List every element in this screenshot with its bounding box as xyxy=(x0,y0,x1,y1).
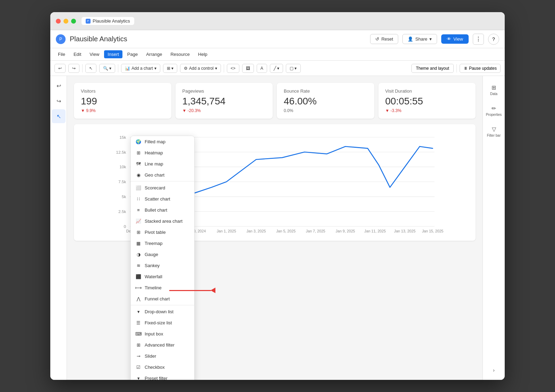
menu-item-sankey[interactable]: ≋ Sankey xyxy=(131,260,194,271)
bullet-chart-icon: ≡ xyxy=(136,207,141,213)
menu-item-bullet-chart[interactable]: ≡ Bullet chart xyxy=(131,204,194,215)
help-button[interactable]: ? xyxy=(488,34,499,45)
menu-help[interactable]: Help xyxy=(195,50,211,58)
code-button[interactable]: <> xyxy=(227,64,239,73)
browser-tab[interactable]: P Plausible Analytics xyxy=(82,17,134,25)
app-window: P Plausible Analytics P Plausible Analyt… xyxy=(50,12,505,380)
add-chart-button[interactable]: 📊 Add a chart ▾ xyxy=(121,64,160,73)
menu-item-scatter-chart[interactable]: ∷ Scatter chart xyxy=(131,193,194,204)
slider-label: Slider xyxy=(145,353,156,359)
toolbar-divider-1 xyxy=(82,64,83,73)
app-header: P Plausible Analytics ↺ Reset 👤 Share ▾ … xyxy=(50,30,505,48)
menu-item-fixed-size-list[interactable]: ☰ Fixed-size list xyxy=(131,317,194,328)
scorecard-pageviews-value: 1,345,754 xyxy=(182,96,266,107)
scorecard-pageviews: Pageviews 1,345,754 ▼ -20.3% xyxy=(176,83,273,119)
zoom-tool[interactable]: 🔍 ▾ xyxy=(99,64,115,73)
menu-item-pivot-table[interactable]: ⊞ Pivot table xyxy=(131,227,194,238)
menu-item-dropdown-list[interactable]: ▾ Drop-down list xyxy=(131,306,194,317)
menu-view[interactable]: View xyxy=(86,50,103,58)
menu-item-checkbox[interactable]: ☑ Checkbox xyxy=(131,361,194,373)
image-button[interactable]: 🖼 xyxy=(242,64,254,73)
line-button[interactable]: ╱ ▾ xyxy=(270,64,283,73)
pause-updates-button[interactable]: ⏸ Pause updates xyxy=(460,64,501,73)
undo-button[interactable]: ↩ xyxy=(54,64,66,73)
treemap-label: Treemap xyxy=(145,241,163,246)
right-panel-expand-icon[interactable]: › xyxy=(490,365,497,376)
bullet-chart-label: Bullet chart xyxy=(145,207,167,213)
menu-file[interactable]: File xyxy=(54,50,69,58)
menu-item-stacked-area-chart[interactable]: 📈 Stacked area chart xyxy=(131,215,194,227)
view-eye-icon: 👁 xyxy=(447,36,451,42)
properties-panel-label: Properties xyxy=(486,113,502,117)
heatmap-label: Heatmap xyxy=(145,150,163,155)
divider-2 xyxy=(131,305,194,305)
scorecard-label: Scorecard xyxy=(145,185,165,190)
reset-button[interactable]: ↺ Reset xyxy=(370,34,398,44)
properties-panel-button[interactable]: ✏ Properties xyxy=(484,101,504,120)
dots-icon: ⋮ xyxy=(476,36,481,42)
svg-text:5k: 5k xyxy=(122,194,126,199)
sidebar-cursor-btn[interactable]: ↖ xyxy=(52,109,66,123)
text-button[interactable]: A xyxy=(257,64,267,73)
menu-item-gauge[interactable]: ◑ Gauge xyxy=(131,249,194,260)
scatter-chart-label: Scatter chart xyxy=(145,196,170,202)
menu-item-treemap[interactable]: ▦ Treemap xyxy=(131,238,194,249)
menu-item-funnel-chart[interactable]: ⋀ Funnel chart xyxy=(131,293,194,304)
theme-layout-label: Theme and layout xyxy=(416,66,449,71)
svg-text:Jan 11, 2025: Jan 11, 2025 xyxy=(364,229,386,233)
menu-item-line-map[interactable]: 🗺 Line map xyxy=(131,158,194,169)
add-control-button[interactable]: ⚙ Add a control ▾ xyxy=(180,64,221,73)
scorecard-duration-label: Visit Duration xyxy=(385,88,469,94)
input-box-label: Input box xyxy=(145,331,163,336)
add-control-label: Add a control xyxy=(189,66,214,71)
menu-item-waterfall[interactable]: ⬛ Waterfall xyxy=(131,271,194,282)
shape-button[interactable]: ▢ ▾ xyxy=(286,64,300,73)
menu-resource[interactable]: Resource xyxy=(167,50,193,58)
sankey-icon: ≋ xyxy=(136,263,141,268)
svg-text:Jan 9, 2025: Jan 9, 2025 xyxy=(336,229,355,233)
theme-layout-button[interactable]: Theme and layout xyxy=(411,64,454,73)
arrow-head xyxy=(211,288,215,293)
close-light[interactable] xyxy=(56,19,61,24)
redo-button[interactable]: ↪ xyxy=(68,64,79,73)
menu-item-geo-chart[interactable]: ◉ Geo chart xyxy=(131,169,194,180)
fixed-size-list-icon: ☰ xyxy=(136,320,141,325)
more-options-button[interactable]: ⋮ xyxy=(473,34,484,45)
waterfall-icon: ⬛ xyxy=(136,274,141,279)
menu-item-advanced-filter[interactable]: ⊞ Advanced filter xyxy=(131,339,194,350)
arrow-line xyxy=(169,290,211,291)
menu-item-input-box[interactable]: ⌨ Input box xyxy=(131,328,194,339)
add-tiles-button[interactable]: ⊞ ▾ xyxy=(163,64,177,73)
scorecard-visitors-delta: ▼ 9.9% xyxy=(81,108,164,113)
svg-text:Jan 1, 2025: Jan 1, 2025 xyxy=(217,229,236,233)
scorecard-duration-value: 00:05:55 xyxy=(385,96,469,107)
maximize-light[interactable] xyxy=(71,19,76,24)
sidebar-redo-btn[interactable]: ↪ xyxy=(52,94,66,108)
menu-item-slider[interactable]: ⊸ Slider xyxy=(131,350,194,361)
waterfall-label: Waterfall xyxy=(145,274,162,279)
minimize-light[interactable] xyxy=(63,19,68,24)
share-chevron-icon: ▾ xyxy=(429,36,432,42)
menu-item-filled-map[interactable]: 🌍 Filled map xyxy=(131,136,194,147)
view-button[interactable]: 👁 View xyxy=(441,34,469,44)
scorecard-visitors: Visitors 199 ▼ 9.9% xyxy=(74,83,171,119)
menu-insert[interactable]: Insert xyxy=(104,50,122,58)
cursor-tool[interactable]: ↖ xyxy=(85,64,96,73)
main-area: ↩ ↪ ↖ Visitors 199 ▼ 9.9% Pageviews 1,34… xyxy=(50,76,505,380)
share-button[interactable]: 👤 Share ▾ xyxy=(402,34,437,44)
pivot-table-icon: ⊞ xyxy=(136,229,141,235)
data-panel-icon: ⊞ xyxy=(492,84,496,91)
sidebar-undo-btn[interactable]: ↩ xyxy=(52,79,66,93)
filter-bar-panel-button[interactable]: ▽ Filter bar xyxy=(484,122,504,141)
menu-item-scorecard[interactable]: ⬜ Scorecard xyxy=(131,182,194,193)
add-chart-icon: 📊 xyxy=(125,66,130,71)
data-panel-button[interactable]: ⊞ Data xyxy=(484,80,504,100)
menu-arrange[interactable]: Arrange xyxy=(143,50,165,58)
menu-page[interactable]: Page xyxy=(124,50,141,58)
menu-item-heatmap[interactable]: ⊞ Heatmap xyxy=(131,147,194,158)
data-panel-label: Data xyxy=(490,92,497,96)
gauge-label: Gauge xyxy=(145,252,158,257)
menu-item-preset-filter[interactable]: ▾ Preset filter xyxy=(131,373,194,380)
filled-map-label: Filled map xyxy=(145,139,165,144)
menu-edit[interactable]: Edit xyxy=(70,50,85,58)
